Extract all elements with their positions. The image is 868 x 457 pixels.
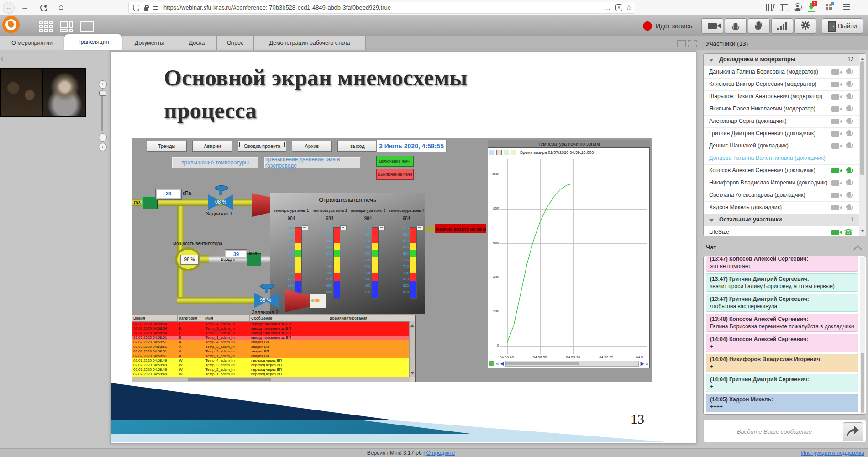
chart-scroll-left-icon[interactable]: ◀ [500,361,504,367]
restore-view-icon[interactable] [677,40,686,47]
microphone-icon[interactable] [847,93,851,98]
camera-icon[interactable] [831,143,839,149]
camera-icon[interactable] [831,193,839,198]
scrollbar-thumb[interactable] [860,61,864,175]
alarm-row[interactable]: 02.07.2020 04:58:54ETemp_3_adam_inвыход … [132,326,415,331]
pan-tool-icon[interactable] [496,150,502,155]
chart-scroll-far-right-icon[interactable]: » [646,361,648,366]
alarm-table-vertical-scrollbar[interactable] [409,321,415,377]
bookmark-star-icon[interactable]: ☆ [626,3,632,12]
participant-row[interactable]: Копосов Алексей Сергеевич (докладчик) [704,165,866,177]
about-product-link[interactable]: О продукте [426,450,455,456]
chat-message-input[interactable] [707,422,842,441]
layout-grid-button[interactable] [37,20,54,33]
settings-button[interactable] [794,18,816,34]
alarm-col-Время квитирования[interactable]: Время квитирования [328,315,405,321]
chart-plot-area[interactable] [500,159,647,354]
camera-icon[interactable] [831,131,839,137]
participant-row[interactable]: Шарыпов Никита Анатольевич (модератор) [704,91,866,103]
participant-row[interactable]: Якивьюк Павел Николаевич (модератор) [704,103,866,116]
microphone-icon[interactable] [847,105,851,110]
camera-icon[interactable] [831,69,839,75]
layout-single-button[interactable] [79,20,95,33]
chat-scrollbar[interactable] [860,257,865,414]
visor-tool-icon[interactable] [511,150,516,155]
scada-button-выход[interactable]: выход [337,141,378,152]
microphone-button[interactable] [725,18,747,34]
chat-message[interactable]: (13:48) Копосов Алексей Сергеевич:Галина… [706,314,858,332]
forward-icon[interactable]: → [21,3,29,12]
camera-icon[interactable] [831,205,839,210]
chat-message[interactable]: (13:47) Гритчин Дмитрий Сергеевич:чтобы … [706,294,858,312]
chat-message[interactable]: (14:04) Гритчин Дмитрий Сергеевич:+ [706,374,858,392]
zoom-in-button[interactable]: + [99,80,107,89]
collapse-panel-chevron-icon[interactable]: ‹ [0,53,4,63]
camera-icon[interactable] [831,168,839,173]
alarm-row[interactable]: 02.07.2020 04:58:54ETemp_2_adam_inвыход … [132,331,415,336]
alarm-row[interactable]: 02.07.2020 04:58:51ATemp_4_adam_inавария… [132,340,415,345]
account-icon[interactable] [794,3,802,11]
microphone-icon[interactable] [847,130,851,135]
scada-button-Тренды[interactable]: Тренды [147,141,187,152]
fullscreen-icon[interactable] [688,40,697,47]
chat-message[interactable]: (14:04) Копосов Алексей Сергеевич:+ [706,334,858,352]
home-icon[interactable]: ⌂ [58,2,63,11]
alarm-col-Имя[interactable]: Имя [204,315,250,321]
tab-Доска[interactable]: Доска [177,36,217,50]
tab-О мероприятии[interactable]: О мероприятии [0,36,64,50]
connection-stats-button[interactable] [771,18,793,34]
camera-icon[interactable] [831,106,839,112]
library-icon[interactable] [766,4,772,11]
chart-scrollbar-track[interactable] [505,361,639,367]
grid-tool-icon[interactable] [504,150,509,155]
chat-message[interactable]: (14:05) Хадсон Микель:++++ [706,394,858,412]
furnace-off-button[interactable]: Выключение печи [376,169,414,180]
alarm-col-Сообщение[interactable]: Сообщение [250,315,328,321]
alarm-row[interactable]: 02.07.2020 04:58:51ATemp_3_adam_inавария… [132,345,415,349]
chat-collapse-chevron-icon[interactable] [853,245,862,253]
setpoint-handle[interactable] [340,225,347,230]
tab-Документы[interactable]: Документы [122,36,177,50]
hscroll-thumb[interactable] [188,378,271,381]
extension-icon[interactable] [826,4,832,10]
page-actions-icon[interactable]: … [604,3,611,11]
microphone-icon[interactable] [847,68,851,74]
setpoint-handle[interactable] [417,225,423,230]
chat-message[interactable]: (13:47) Гритчин Дмитрий Сергеевич:значит… [706,273,858,292]
scrollbar-thumb[interactable] [861,353,864,413]
participant-row[interactable]: Даныкина Галина Борисовна (модератор) [704,66,866,79]
scroll-up-icon[interactable] [410,322,414,327]
scroll-down-icon[interactable] [410,372,414,376]
microphone-icon[interactable] [847,192,851,197]
zoom-out-button[interactable]: − [99,133,107,142]
scada-button-Аварии[interactable]: Аварии [192,141,232,152]
participant-row[interactable]: Александр Серга (докладчик) [704,116,866,128]
chart-export-icon[interactable] [489,361,494,366]
participant-row[interactable]: Донцова Татьяна Валентиновна (докладчик) [704,152,866,165]
exit-button[interactable]: Выйти [822,18,863,34]
microphone-icon[interactable] [847,204,851,209]
participant-row[interactable]: Светлана Александрова (докладчик) [704,189,866,202]
scada-button-Архив[interactable]: Архив [292,141,332,152]
support-link[interactable]: Инструкции и поддержка [801,450,864,456]
microphone-icon[interactable] [847,118,851,123]
chart-scroll-far-left-icon[interactable]: « [496,361,499,366]
participant-row[interactable]: Хадсон Микель (докладчик) [704,202,866,214]
tab-Опрос[interactable]: Опрос [217,36,254,50]
address-bar[interactable]: https://webinar.sfu-kras.ru/#conference:… [128,2,635,14]
alarm-row[interactable]: 02.07.2020 04:58:51ATemp_1_adam_inавария… [132,354,415,358]
participant-group-header[interactable]: Докладчики и модераторы12 [704,54,866,66]
phone-icon[interactable]: ☎ [844,228,853,236]
layout-mixed-button[interactable] [58,20,75,33]
chart-scrollbar-thumb[interactable] [506,362,579,365]
zoom-slider-track[interactable] [101,90,103,131]
sidebar-toggle-icon[interactable] [780,4,788,11]
setpoint-handle[interactable] [379,225,385,230]
url-text[interactable]: https://webinar.sfu-kras.ru/#conference:… [163,4,391,11]
microphone-icon[interactable] [847,81,851,86]
scroll-up-icon[interactable] [861,56,864,60]
microphone-icon[interactable] [847,167,851,172]
alarm-row[interactable]: 02.07.2020 04:58:49WTemp_2_adam_inперехо… [132,368,415,372]
hamburger-menu-icon[interactable] [843,4,850,10]
chat-message[interactable]: (14:04) Никифоров Владислав Игоревич:+ [706,354,858,372]
